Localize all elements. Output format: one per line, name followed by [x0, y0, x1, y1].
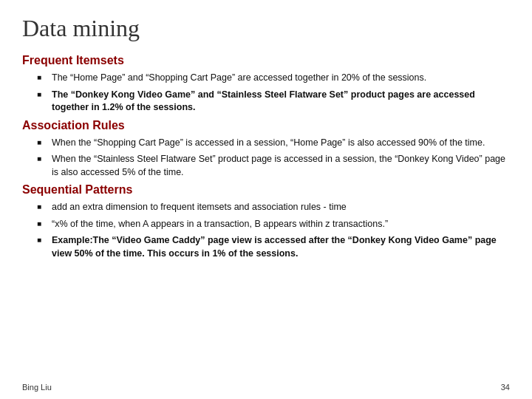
bullet-icon: ■ — [37, 72, 47, 83]
bullet-icon: ■ — [37, 219, 47, 229]
list-item: ■ When the “Shopping Cart Page” is acces… — [37, 137, 510, 150]
bullet-icon: ■ — [37, 235, 47, 245]
bullet-list-association-rules: ■ When the “Shopping Cart Page” is acces… — [37, 137, 510, 180]
section-sequential-patterns: Sequential Patterns ■ add an extra dimen… — [22, 183, 510, 260]
list-item: ■ The “Donkey Kong Video Game” and “Stai… — [37, 89, 510, 115]
section-frequent-itemsets: Frequent Itemsets ■ The “Home Page” and … — [22, 54, 510, 115]
section-heading-sequential-patterns: Sequential Patterns — [22, 183, 510, 197]
list-item: ■ When the “Stainless Steel Flatware Set… — [37, 153, 510, 179]
bullet-text: Example:The “Video Game Caddy” page view… — [52, 234, 510, 260]
list-item: ■ “x% of the time, when A appears in a t… — [37, 218, 510, 231]
bullet-text: When the “Shopping Cart Page” is accesse… — [52, 137, 510, 150]
footer-page-number: 34 — [501, 383, 510, 392]
bullet-text: When the “Stainless Steel Flatware Set” … — [52, 153, 510, 179]
bullet-icon: ■ — [37, 137, 47, 148]
bullet-text: The “Donkey Kong Video Game” and “Stainl… — [52, 89, 510, 115]
bullet-text: The “Home Page” and “Shopping Cart Page”… — [52, 72, 510, 85]
slide: Data mining Frequent Itemsets ■ The “Hom… — [0, 0, 532, 399]
section-heading-frequent-itemsets: Frequent Itemsets — [22, 54, 510, 67]
slide-title: Data mining — [22, 15, 510, 42]
list-item: ■ Example:The “Video Game Caddy” page vi… — [37, 234, 510, 260]
bullet-text: add an extra dimension to frequent items… — [52, 201, 510, 214]
footer-author: Bing Liu — [22, 383, 52, 392]
bullet-text: “x% of the time, when A appears in a tra… — [52, 218, 510, 231]
bullet-icon: ■ — [37, 89, 47, 100]
list-item: ■ The “Home Page” and “Shopping Cart Pag… — [37, 72, 510, 85]
list-item: ■ add an extra dimension to frequent ite… — [37, 201, 510, 214]
bullet-list-sequential-patterns: ■ add an extra dimension to frequent ite… — [37, 201, 510, 260]
bullet-list-frequent-itemsets: ■ The “Home Page” and “Shopping Cart Pag… — [37, 72, 510, 115]
section-association-rules: Association Rules ■ When the “Shopping C… — [22, 119, 510, 180]
bullet-icon: ■ — [37, 202, 47, 212]
slide-footer: Bing Liu 34 — [22, 383, 510, 392]
bullet-icon: ■ — [37, 154, 47, 164]
section-heading-association-rules: Association Rules — [22, 119, 510, 132]
